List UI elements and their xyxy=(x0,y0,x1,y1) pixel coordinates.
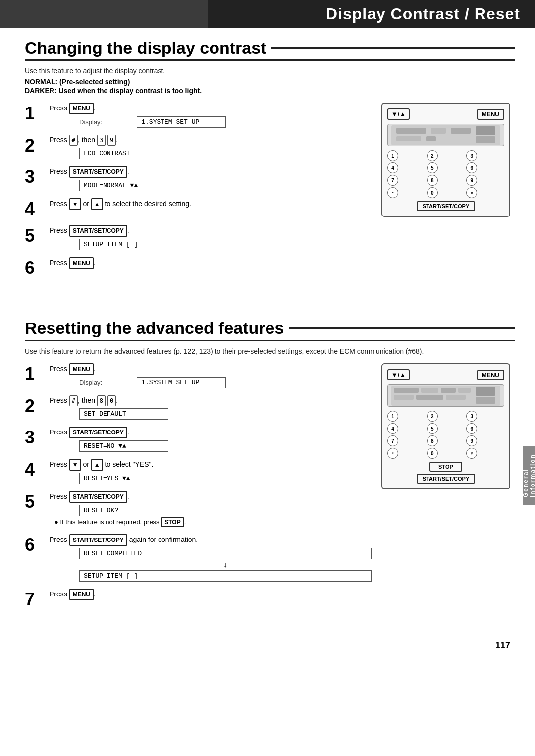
display-label-r1: Display: xyxy=(79,379,102,386)
section2-title: Resetting the advanced features xyxy=(25,319,515,341)
section1-steps-list: 1 Press MENU. Display: 1.SYSTEM SET UP 2 xyxy=(25,103,372,284)
key-5-d1: 5 xyxy=(427,162,438,173)
key-5-d2: 5 xyxy=(427,423,438,434)
step-2-text: Press #, then 3 9. xyxy=(50,135,372,146)
step-4-number: 4 xyxy=(25,200,50,218)
device-arrows-1: ▼/▲ xyxy=(387,108,410,120)
device-bottom-1: START/SET/COPY xyxy=(387,201,504,211)
device-menu-2: MENU xyxy=(477,370,504,380)
start-set-copy-btn-r6: START/SET/COPY xyxy=(69,534,127,546)
up-arrow-btn: ▲ xyxy=(91,198,103,210)
device-start-2: START/SET/COPY xyxy=(417,474,476,484)
reset-step-5: 5 Press START/SET/COPY. RESET OK? ● If t… xyxy=(25,491,372,527)
step-2-display: LCD CONTRAST xyxy=(79,148,168,159)
reset-step-5-number: 5 xyxy=(25,493,50,511)
key-7-d1: 7 xyxy=(387,175,398,186)
key-8-d1: 8 xyxy=(427,175,438,186)
step-1-content: Press MENU. Display: 1.SYSTEM SET UP xyxy=(50,103,372,128)
section1-content: Changing the display contrast Use this f… xyxy=(0,28,535,294)
reset-step-1-number: 1 xyxy=(25,365,50,383)
reset-step-7-number: 7 xyxy=(25,591,50,608)
start-set-copy-btn-r5: START/SET/COPY xyxy=(69,491,127,503)
key-1-d1: 1 xyxy=(387,150,398,161)
reset-step-4-text: Press ▼ or ▲ to select "YES". xyxy=(50,459,372,471)
device-screen-svg-2 xyxy=(391,386,500,406)
reset-step-4-content: Press ▼ or ▲ to select "YES". RESET=YES … xyxy=(50,459,372,484)
reset-step-6-display-stack: RESET COMPLETED ↓ SETUP ITEM [ ] xyxy=(79,548,372,582)
svg-rect-12 xyxy=(458,388,471,393)
reset-step-3-text: Press START/SET/COPY. xyxy=(50,427,372,438)
svg-rect-5 xyxy=(426,136,436,141)
menu-button-label: MENU xyxy=(69,103,94,114)
reset-step-4: 4 Press ▼ or ▲ to select "YES". RESET=YE… xyxy=(25,459,372,484)
sidebar-general-info: General Information xyxy=(523,446,535,505)
start-set-copy-btn-3: START/SET/COPY xyxy=(69,166,127,178)
down-arrow-btn: ▼ xyxy=(69,198,81,210)
reset-step-2-display: SET DEFAULT xyxy=(79,408,168,420)
reset-step-7: 7 Press MENU. xyxy=(25,589,372,608)
section2-steps-list: 1 Press MENU. Display: 1.SYSTEM SET UP 2 xyxy=(25,363,372,615)
reset-step-5-content: Press START/SET/COPY. RESET OK? ● If thi… xyxy=(50,491,372,527)
step-5: 5 Press START/SET/COPY. SETUP ITEM [ ] xyxy=(25,225,372,250)
key-star-d2: * xyxy=(387,448,398,459)
header-bg-decoration xyxy=(0,0,208,28)
key-7-d2: 7 xyxy=(387,435,398,446)
svg-rect-11 xyxy=(441,388,456,393)
normal-label: NORMAL: xyxy=(25,78,57,86)
hash-key: # xyxy=(69,135,78,146)
key-1-d2: 1 xyxy=(387,411,398,422)
device-bottom-2: STOP START/SET/COPY xyxy=(387,462,504,484)
step-2: 2 Press #, then 3 9. LCD CONTRAST xyxy=(25,135,372,159)
stack-arrow: ↓ xyxy=(79,560,372,569)
device-screen-2 xyxy=(387,384,504,407)
device-top-row-1: ▼/▲ MENU xyxy=(387,108,504,120)
header-title: Display Contrast / Reset xyxy=(326,5,520,23)
svg-rect-14 xyxy=(416,395,443,400)
svg-rect-2 xyxy=(431,128,446,134)
section1-title: Changing the display contrast xyxy=(25,38,515,61)
device-keypad-2: 1 2 3 4 5 6 7 8 9 * 0 # xyxy=(387,411,504,459)
reset-step-3: 3 Press START/SET/COPY. RESET=NO ▼▲ xyxy=(25,427,372,452)
svg-rect-16 xyxy=(476,387,495,396)
reset-step-1-content: Press MENU. Display: 1.SYSTEM SET UP xyxy=(50,363,372,388)
section1-intro2: NORMAL: (Pre-selected setting) xyxy=(25,78,515,86)
key-0-r2: 0 xyxy=(107,395,116,406)
reset-step-1-display: 1.SYSTEM SET UP xyxy=(137,377,226,388)
reset-step-7-text: Press MENU. xyxy=(50,589,372,600)
stop-btn-r5: STOP xyxy=(161,517,184,527)
key-3-d1: 3 xyxy=(466,150,477,161)
normal-text: (Pre-selected setting) xyxy=(57,78,130,86)
device-arrows-2: ▼/▲ xyxy=(387,369,410,380)
key-0-d2: 0 xyxy=(427,448,438,459)
key-3-d2: 3 xyxy=(466,411,477,422)
step-6-content: Press MENU. xyxy=(50,257,372,271)
reset-step-3-display: RESET=NO ▼▲ xyxy=(79,440,168,452)
section2-intro: Use this feature to return the advanced … xyxy=(25,347,515,355)
reset-step-3-content: Press START/SET/COPY. RESET=NO ▼▲ xyxy=(50,427,372,452)
step-4-content: Press ▼ or ▲ to select the desired setti… xyxy=(50,198,372,212)
darker-text: Used when the display contrast is too li… xyxy=(57,87,202,95)
darker-label: DARKER: xyxy=(25,87,57,95)
device-stop-2: STOP xyxy=(429,462,462,472)
section1-intro3: DARKER: Used when the display contrast i… xyxy=(25,87,515,95)
menu-btn-6: MENU xyxy=(69,257,94,269)
reset-step-6-text: Press START/SET/COPY again for confirmat… xyxy=(50,534,372,546)
reset-step-5-text: Press START/SET/COPY. xyxy=(50,491,372,503)
menu-btn-r7: MENU xyxy=(69,589,94,600)
step-1-display: 1.SYSTEM SET UP xyxy=(137,116,226,128)
svg-rect-4 xyxy=(396,136,421,141)
svg-rect-7 xyxy=(476,136,495,143)
key-hash-d1: # xyxy=(466,187,477,198)
device-menu-1: MENU xyxy=(477,109,504,120)
reset-step-6-number: 6 xyxy=(25,536,50,554)
key-6-d1: 6 xyxy=(466,162,477,173)
section1-steps-area: 1 Press MENU. Display: 1.SYSTEM SET UP 2 xyxy=(25,103,515,284)
display-label-1: Display: xyxy=(79,118,102,126)
device-screen-svg-1 xyxy=(391,125,500,145)
reset-step-5-display: RESET OK? xyxy=(79,505,168,516)
start-set-copy-btn-5: START/SET/COPY xyxy=(69,225,127,237)
device-top-row-2: ▼/▲ MENU xyxy=(387,369,504,380)
svg-rect-13 xyxy=(394,395,414,400)
reset-step-5-bullet: ● If this feature is not required, press… xyxy=(54,517,372,527)
svg-rect-15 xyxy=(446,395,466,400)
